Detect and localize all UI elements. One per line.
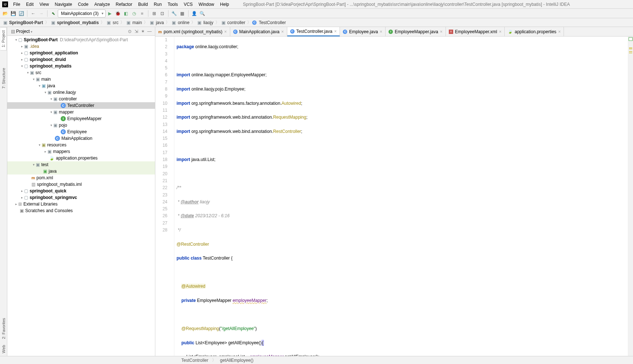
code-editor[interactable]: 1234567891011121314151617181920212223242… bbox=[155, 37, 633, 356]
menu-tools[interactable]: Tools bbox=[165, 1, 181, 8]
status-crumb-method[interactable]: getAllEmployee() bbox=[220, 358, 253, 363]
tree-resources[interactable]: ▾▣resources bbox=[7, 142, 155, 148]
project-view-icon[interactable]: ▤ bbox=[10, 29, 16, 34]
breadcrumb-item[interactable]: src bbox=[111, 20, 120, 25]
settings-icon[interactable]: ✶ bbox=[140, 29, 146, 34]
collapse-icon[interactable]: ⇲ bbox=[133, 29, 140, 34]
menu-run[interactable]: Run bbox=[151, 1, 165, 8]
menu-file[interactable]: File bbox=[10, 1, 23, 8]
tree-controller[interactable]: ▾▣controller bbox=[7, 96, 155, 102]
tool-tab-structure[interactable]: 7: Structure bbox=[1, 65, 7, 92]
inspection-indicator[interactable] bbox=[629, 37, 633, 41]
code-content[interactable]: package online.liaojy.controller; import… bbox=[174, 37, 628, 356]
tree-root[interactable]: ▾▢SpringBoot-PartD:\ideaPorject\Apr\Spri… bbox=[7, 37, 155, 43]
menu-refactor[interactable]: Refactor bbox=[113, 1, 135, 8]
tree-mybatis[interactable]: ▾▢springboot_mybatis bbox=[7, 63, 155, 69]
editor-tab[interactable]: CTestController.java× bbox=[287, 27, 340, 37]
tree-test[interactable]: ▾▣test bbox=[7, 161, 155, 168]
breadcrumb-item[interactable]: TestController bbox=[258, 20, 287, 25]
run-config-selector[interactable]: MainApplication (3) bbox=[58, 9, 106, 18]
tree-pojo[interactable]: ▾▣pojo bbox=[7, 122, 155, 129]
status-crumb-class[interactable]: TestController bbox=[181, 358, 208, 363]
debug-icon[interactable]: 🐞 bbox=[114, 10, 122, 17]
tree-appprops[interactable]: 🍃application.properties bbox=[7, 155, 155, 161]
coverage-icon[interactable]: ◧ bbox=[122, 10, 130, 17]
menu-navigate[interactable]: Navigate bbox=[52, 1, 75, 8]
project-panel-title[interactable]: Project bbox=[16, 29, 126, 34]
main-menu[interactable]: FileEditViewNavigateCodeAnalyzeRefactorB… bbox=[10, 1, 232, 8]
warning-mark[interactable] bbox=[629, 53, 632, 53]
nav-up-icon[interactable]: ⬉ bbox=[50, 10, 57, 17]
tree-employeemapper[interactable]: IEmployeeMapper bbox=[7, 115, 155, 122]
tool-tab-favorites[interactable]: 2: Favorites bbox=[1, 315, 7, 342]
editor-tab[interactable]: XEmployeeMapper.xml× bbox=[446, 27, 505, 36]
forward-icon[interactable]: → bbox=[38, 10, 45, 17]
breadcrumb-item[interactable]: springboot_mybatis bbox=[56, 20, 100, 25]
tree-springmvc[interactable]: ▸▢springboot_springmvc bbox=[7, 194, 155, 201]
warning-mark[interactable] bbox=[629, 49, 632, 49]
add-config-icon[interactable]: ⊞ bbox=[151, 10, 158, 17]
menu-build[interactable]: Build bbox=[135, 1, 151, 8]
tree-mapper[interactable]: ▾▣mapper bbox=[7, 109, 155, 115]
search-everywhere-icon[interactable]: 👤 bbox=[191, 10, 198, 17]
tool-tab-project[interactable]: 1: Project bbox=[0, 27, 7, 50]
close-icon[interactable]: × bbox=[558, 29, 561, 34]
tree-src[interactable]: ▾▣src bbox=[7, 69, 155, 76]
error-stripe[interactable] bbox=[628, 37, 633, 356]
tree-mainapplication[interactable]: CMainApplication bbox=[7, 135, 155, 142]
close-icon[interactable]: × bbox=[281, 29, 284, 34]
editor-tab[interactable]: mpom.xml (springboot_mybatis)× bbox=[155, 27, 230, 36]
tree-quick[interactable]: ▸▢springboot_quick bbox=[7, 188, 155, 194]
breadcrumb-item[interactable]: SpringBoot-Part bbox=[8, 20, 44, 25]
tool-tab-web[interactable]: Web bbox=[1, 342, 7, 356]
breadcrumb-item[interactable]: java bbox=[155, 20, 165, 25]
save-icon[interactable]: 💾 bbox=[10, 10, 17, 17]
back-icon[interactable]: ← bbox=[30, 10, 37, 17]
search-icon[interactable]: 🔍 bbox=[199, 10, 206, 17]
project-tree[interactable]: ▾▢SpringBoot-PartD:\ideaPorject\Apr\Spri… bbox=[7, 36, 155, 356]
tree-iml[interactable]: ▥springboot_mybatis.iml bbox=[7, 181, 155, 188]
breadcrumb-item[interactable]: controller bbox=[226, 20, 246, 25]
close-icon[interactable]: × bbox=[499, 29, 501, 34]
menu-view[interactable]: View bbox=[37, 1, 52, 8]
close-icon[interactable]: × bbox=[440, 29, 443, 34]
breadcrumb-item[interactable]: main bbox=[131, 20, 143, 25]
hide-icon[interactable]: — bbox=[146, 29, 153, 34]
sync-icon[interactable]: 🔄 bbox=[18, 10, 25, 17]
tree-extlib[interactable]: ▸⊞External Libraries bbox=[7, 201, 155, 207]
menu-analyze[interactable]: Analyze bbox=[91, 1, 113, 8]
editor-tab[interactable]: CMainApplication.java× bbox=[230, 27, 287, 36]
tree-pom[interactable]: mpom.xml bbox=[7, 175, 155, 181]
locate-icon[interactable]: ⊙ bbox=[126, 29, 133, 34]
open-icon[interactable]: 📂 bbox=[1, 10, 9, 17]
tree-scratch[interactable]: ▣Scratches and Consoles bbox=[7, 207, 155, 214]
breadcrumb-item[interactable]: liaojy bbox=[202, 20, 214, 25]
attach-icon[interactable]: ⊡ bbox=[159, 10, 166, 17]
menu-help[interactable]: Help bbox=[217, 1, 232, 8]
close-icon[interactable]: × bbox=[334, 29, 337, 34]
editor-tab[interactable]: 🍃application.properties× bbox=[505, 27, 564, 36]
editor-tab[interactable]: CEmployee.java× bbox=[340, 27, 386, 36]
tree-employee[interactable]: CEmployee bbox=[7, 129, 155, 135]
tree-java-main[interactable]: ▾▣java bbox=[7, 83, 155, 89]
tree-druid[interactable]: ▸▢springboot_druid bbox=[7, 56, 155, 63]
editor-tab[interactable]: IEmployeeMapper.java× bbox=[386, 27, 446, 36]
close-icon[interactable]: × bbox=[380, 29, 382, 34]
tree-package[interactable]: ▾▣online.liaojy bbox=[7, 89, 155, 96]
breadcrumb-item[interactable]: online bbox=[177, 20, 190, 25]
tree-app[interactable]: ▸▢springboot_application bbox=[7, 50, 155, 56]
warning-mark[interactable] bbox=[629, 51, 632, 52]
tree-testcontroller[interactable]: CTestController bbox=[7, 102, 155, 109]
tree-mappers[interactable]: ▸▣mappers bbox=[7, 148, 155, 155]
close-icon[interactable]: × bbox=[224, 29, 227, 34]
run-icon[interactable]: ▶ bbox=[106, 10, 114, 17]
warning-mark[interactable] bbox=[629, 47, 632, 48]
menu-code[interactable]: Code bbox=[75, 1, 91, 8]
build-icon[interactable]: 🔧 bbox=[171, 10, 178, 17]
menu-window[interactable]: Window bbox=[196, 1, 217, 8]
tree-idea[interactable]: ▸▣.idea bbox=[7, 43, 155, 50]
tree-main[interactable]: ▾▣main bbox=[7, 76, 155, 83]
menu-edit[interactable]: Edit bbox=[23, 1, 37, 8]
tree-java-test[interactable]: ▣java bbox=[7, 168, 155, 175]
menu-vcs[interactable]: VCS bbox=[181, 1, 196, 8]
